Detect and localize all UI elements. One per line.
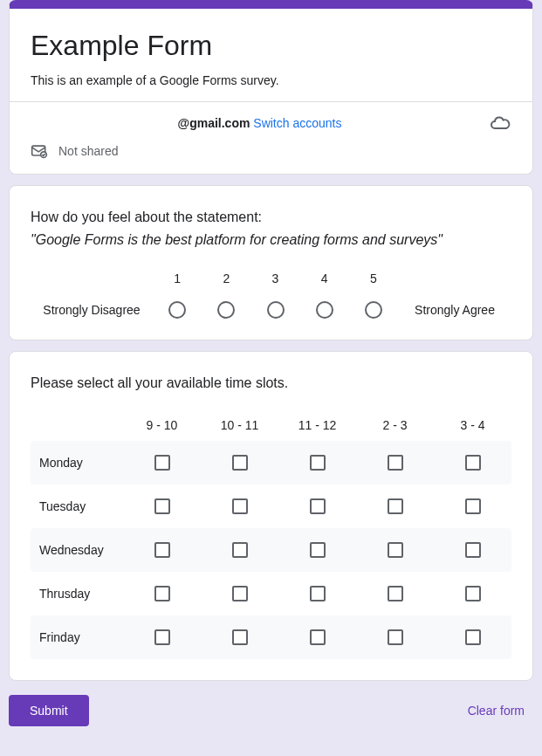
scale-number: 3 xyxy=(250,271,299,285)
grid-checkbox[interactable] xyxy=(465,542,481,558)
grid-checkbox[interactable] xyxy=(154,455,170,471)
scale-left-label: Strongly Disagree xyxy=(31,303,153,317)
grid-row: Tuesday xyxy=(31,485,511,528)
scale-radio-1[interactable] xyxy=(168,301,186,319)
q1-statement: "Google Forms is the best platform for c… xyxy=(31,230,511,251)
grid-checkbox[interactable] xyxy=(465,498,481,514)
grid-checkbox[interactable] xyxy=(465,586,481,601)
scale-number: 1 xyxy=(153,271,202,285)
grid-checkbox[interactable] xyxy=(232,629,248,645)
grid-col-label: 3 - 4 xyxy=(434,418,511,432)
cloud-icon xyxy=(489,113,511,134)
grid-header: 9 - 10 10 - 11 11 - 12 2 - 3 3 - 4 xyxy=(31,409,511,441)
grid-checkbox[interactable] xyxy=(154,586,170,601)
scale-right-label: Strongly Agree xyxy=(398,303,511,317)
scale-radio-4[interactable] xyxy=(316,301,333,319)
grid-row: Wednesday xyxy=(31,528,511,572)
grid-checkbox[interactable] xyxy=(388,586,403,601)
scale-radio-5[interactable] xyxy=(365,301,382,319)
form-header-card: Example Form This is an example of a Goo… xyxy=(9,0,533,175)
form-title: Example Form xyxy=(31,28,511,63)
scale-number: 2 xyxy=(202,271,250,285)
grid-row: Thrusday xyxy=(31,572,511,615)
grid-checkbox[interactable] xyxy=(310,498,326,514)
grid-checkbox[interactable] xyxy=(232,455,248,471)
share-status-row: Not shared xyxy=(10,134,532,174)
grid-checkbox[interactable] xyxy=(232,498,248,514)
grid-checkbox[interactable] xyxy=(388,455,403,471)
account-row: @gmail.com Switch accounts xyxy=(10,102,532,134)
grid-checkbox[interactable] xyxy=(310,629,326,645)
q1-prompt: How do you feel about the statement: xyxy=(31,207,511,228)
scale-radio-3[interactable] xyxy=(267,301,285,319)
q2-prompt: Please select all your available time sl… xyxy=(31,373,511,394)
switch-accounts-link[interactable]: Switch accounts xyxy=(253,116,341,130)
grid-checkbox[interactable] xyxy=(154,629,170,645)
grid-row-label: Tuesday xyxy=(39,499,123,513)
grid-row-label: Frinday xyxy=(39,630,123,644)
question-checkbox-grid: Please select all your available time sl… xyxy=(9,351,533,681)
grid-col-label: 11 - 12 xyxy=(278,418,356,432)
submit-button[interactable]: Submit xyxy=(9,695,89,726)
scale-radio-2[interactable] xyxy=(217,301,235,319)
grid-checkbox[interactable] xyxy=(154,542,170,558)
grid-col-label: 2 - 3 xyxy=(356,418,434,432)
form-footer: Submit Clear form xyxy=(9,695,533,726)
grid-checkbox[interactable] xyxy=(465,455,481,471)
grid-checkbox[interactable] xyxy=(310,542,326,558)
draft-icon xyxy=(31,142,48,160)
scale-number: 5 xyxy=(349,271,398,285)
form-description: This is an example of a Google Forms sur… xyxy=(31,73,511,87)
scale-number: 4 xyxy=(300,271,349,285)
question-linear-scale: How do you feel about the statement: "Go… xyxy=(9,185,533,340)
grid-checkbox[interactable] xyxy=(154,498,170,514)
not-shared-label: Not shared xyxy=(58,144,118,158)
grid-row-label: Thrusday xyxy=(39,587,123,601)
grid-col-label: 9 - 10 xyxy=(123,418,201,432)
account-email: @gmail.com xyxy=(178,116,250,130)
grid-checkbox[interactable] xyxy=(232,542,248,558)
grid-row-label: Wednesday xyxy=(39,543,123,557)
grid-row: Frinday xyxy=(31,615,511,659)
grid-checkbox[interactable] xyxy=(388,629,403,645)
grid-col-label: 10 - 11 xyxy=(201,418,278,432)
grid-checkbox[interactable] xyxy=(388,498,403,514)
clear-form-link[interactable]: Clear form xyxy=(468,704,533,718)
grid-checkbox[interactable] xyxy=(388,542,403,558)
grid-checkbox[interactable] xyxy=(465,629,481,645)
grid-checkbox[interactable] xyxy=(310,586,326,601)
grid-checkbox[interactable] xyxy=(310,455,326,471)
grid-row: Monday xyxy=(31,441,511,485)
grid-row-label: Monday xyxy=(39,456,123,470)
grid-checkbox[interactable] xyxy=(232,586,248,601)
